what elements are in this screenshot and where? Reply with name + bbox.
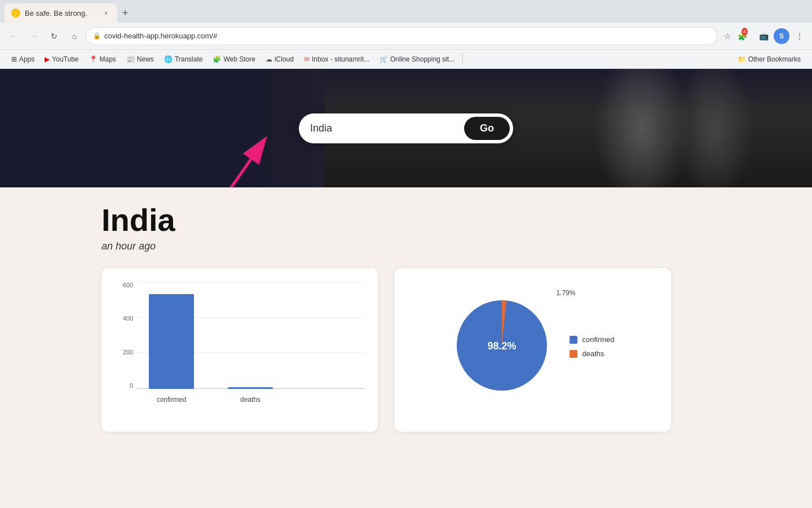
apps-label: Apps [19,55,34,63]
bar-chart-card: 600 400 200 0 [102,268,378,432]
profile-icon[interactable]: S [774,28,789,44]
y-label-0: 0 [130,382,133,389]
shopping-icon: 🛒 [379,55,388,63]
confirmed-bar [149,294,194,389]
y-axis: 600 400 200 0 [115,282,136,389]
tab-favicon: ⚡ [11,8,20,17]
forward-button[interactable]: → [25,27,43,45]
charts-row: 600 400 200 0 [102,268,710,432]
extension-badge: 4 [742,28,748,36]
youtube-icon: ▶ [45,55,50,63]
bar-confirmed [149,294,194,389]
x-labels: confirmed deaths [149,396,273,404]
bookmark-webstore[interactable]: 🧩 Web Store [208,53,259,65]
tab-bar: ⚡ Be safe. Be strong. × + [0,0,812,23]
deaths-legend-label: deaths [582,349,604,358]
new-tab-button[interactable]: + [117,5,133,21]
translate-label: Translate [175,55,203,63]
maps-label: Maps [100,55,116,63]
bar-chart-area: 600 400 200 0 [115,282,364,406]
webstore-label: Web Store [223,55,255,63]
home-button[interactable]: ⌂ [65,27,83,45]
bookmark-maps[interactable]: 📍 Maps [85,53,121,65]
translate-icon: 🌐 [164,55,173,63]
y-label-600: 600 [123,282,133,288]
pie-center-label: 98.2% [488,340,517,352]
bookmark-apps[interactable]: ⊞ Apps [7,53,39,65]
url-bar[interactable]: 🔒 covid-health-app.herokuapp.com/# [86,27,717,45]
lock-icon: 🔒 [93,32,101,40]
x-label-deaths: deaths [228,396,273,404]
bookmarks-bar: ⊞ Apps ▶ YouTube 📍 Maps 📰 News 🌐 Transla… [0,50,812,69]
pie-chart-area: 98.2% 1.79% confirmed [408,282,657,411]
legend-deaths: deaths [570,349,614,358]
tab-close-button[interactable]: × [102,8,111,17]
y-label-400: 400 [123,315,133,322]
bookmark-star-icon[interactable]: ☆ [720,28,735,44]
pie-top-label: 1.79% [556,289,575,297]
url-text: covid-health-app.herokuapp.com/# [104,32,710,40]
bars-container [149,282,364,389]
bookmark-inbox[interactable]: ✉ Inbox - situnamrit... [299,53,374,65]
back-button[interactable]: ← [5,27,23,45]
page-content: Go India an hour ago 600 400 200 0 [0,69,812,508]
x-label-confirmed: confirmed [149,396,194,404]
confirmed-color-swatch [570,336,577,344]
confirmed-legend-label: confirmed [582,335,614,344]
active-tab[interactable]: ⚡ Be safe. Be strong. × [5,3,117,23]
browser-frame: ⚡ Be safe. Be strong. × + ← → ↻ ⌂ 🔒 covi… [0,0,812,508]
search-input[interactable] [310,122,464,134]
menu-button[interactable]: ⋮ [792,28,807,44]
icloud-label: iCloud [275,55,294,63]
icloud-icon: ☁ [266,55,272,63]
y-label-200: 200 [123,349,133,356]
apps-icon: ⊞ [11,55,17,63]
pie-svg: 98.2% [451,295,553,396]
pie-chart-card: 98.2% 1.79% confirmed [395,268,671,432]
pie-legend: confirmed deaths [570,335,614,358]
cast-icon[interactable]: 📺 [756,28,771,44]
bookmark-translate[interactable]: 🌐 Translate [160,53,208,65]
go-button[interactable]: Go [464,117,510,140]
bookmark-shopping[interactable]: 🛒 Online Shopping sit... [375,53,459,65]
pie-container: 98.2% 1.79% [451,295,553,398]
hero-section: Go [0,69,812,187]
country-title: India [102,204,710,236]
youtube-label: YouTube [52,55,78,63]
reload-button[interactable]: ↻ [45,27,63,45]
extensions-icon[interactable]: 🧩4 [738,28,753,44]
search-container: Go [299,113,513,143]
bookmark-youtube[interactable]: ▶ YouTube [40,53,83,65]
webstore-icon: 🧩 [213,55,221,63]
folder-icon: 📁 [738,55,746,63]
tab-title: Be safe. Be strong. [25,9,97,17]
legend-confirmed: confirmed [570,335,614,344]
maps-icon: 📍 [89,55,98,63]
shopping-label: Online Shopping sit... [390,55,454,63]
bar-deaths [228,387,273,389]
deaths-color-swatch [570,350,577,358]
bookmarks-divider [462,54,463,65]
deaths-bar [228,387,273,389]
bookmark-news[interactable]: 📰 News [122,53,158,65]
inbox-label: Inbox - situnamrit... [312,55,369,63]
inbox-icon: ✉ [304,55,310,63]
main-content: India an hour ago 600 400 200 0 [0,187,812,508]
address-bar: ← → ↻ ⌂ 🔒 covid-health-app.herokuapp.com… [0,23,812,50]
timestamp: an hour ago [102,240,710,252]
other-bookmarks-label: Other Bookmarks [748,55,801,63]
news-icon: 📰 [126,55,135,63]
bookmark-icloud[interactable]: ☁ iCloud [261,53,298,65]
news-label: News [137,55,154,63]
address-icons: ☆ 🧩4 📺 S ⋮ [720,28,807,44]
other-bookmarks[interactable]: 📁 Other Bookmarks [733,53,805,65]
